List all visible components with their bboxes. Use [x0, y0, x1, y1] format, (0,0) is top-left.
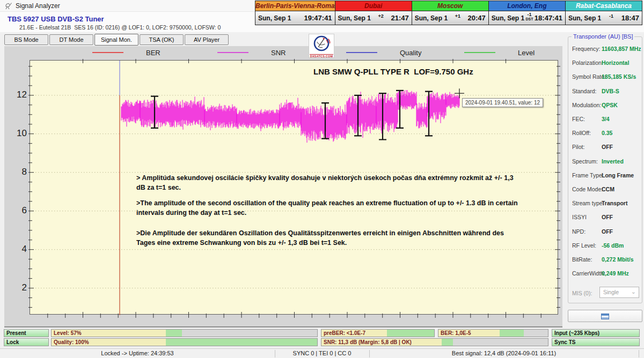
level-bar-label: Level: 57% [54, 330, 82, 337]
input-indicator: Input (~235 Kbps) [552, 329, 640, 337]
transponder-row-issyi: ISSYIOFF [568, 211, 643, 225]
snr-bar: SNR: 11,3 dB (Margin: 5,8 dB | OK) [321, 338, 548, 346]
transponder-value: 0,249 MHz [602, 270, 629, 277]
tab-tsa-ok-[interactable]: TSA (OK) [140, 34, 184, 45]
transponder-row-npd-: NPD:OFF [568, 225, 643, 239]
transponder-label: Standard: [572, 88, 597, 94]
transponder-row-symbol-rate-: Symbol Rate:185,185 KS/s [568, 70, 643, 84]
chevron-down-icon: ⌄ [631, 287, 636, 297]
transponder-label: RF Level: [572, 242, 596, 249]
transponder-row-bitrate-: BitRate:0,272 Mbit/s [568, 253, 643, 267]
clock-moscow: MoscowSun, Sep 1+120:47 [412, 1, 489, 25]
transponder-value: 0,272 Mbit/s [602, 256, 634, 263]
statusbar-divider [275, 350, 275, 357]
transponder-label: NPD: [572, 228, 586, 235]
lock-indicator: Lock [4, 338, 49, 346]
y-tick-label: 6 [11, 205, 27, 216]
snr-bar-fill-green [442, 339, 453, 346]
transponder-row-frame-type-: Frame Type:Long Frame [568, 169, 643, 183]
clock-date: Sun, Sep 1 [415, 14, 448, 22]
transponder-row-polarization-: Polarization:Horizontal [568, 56, 643, 70]
world-clocks: Berlin-Paris-Vienna-RomaSun, Sep 119:47:… [255, 1, 642, 25]
quality-bar-fill-green [166, 339, 317, 346]
annotation-de: >Die Amplitude der sekundären Oszillatio… [136, 229, 519, 248]
y-tick-label: 2 [11, 282, 27, 293]
transponder-value: Long Frame [602, 172, 634, 178]
statusbar-divider [369, 350, 370, 357]
clock-city: Rabat-Casablanca [566, 1, 642, 11]
tab-dt-mode[interactable]: DT Mode [49, 34, 93, 45]
tab-bs-mode[interactable]: BS Mode [4, 34, 48, 45]
annotation-en: >The amplitude of the second oscillation… [136, 199, 519, 218]
y-tick-label: 8 [11, 167, 27, 177]
legend-label: SNR [271, 49, 286, 57]
level-bar: Level: 57% [51, 329, 318, 337]
clock-time-row: Sun, Sep 1-118:47 [566, 11, 642, 25]
tab-signal-mon-[interactable]: Signal Mon. [94, 34, 138, 46]
tab-av-player[interactable]: AV Player [185, 34, 229, 45]
y-tick-label: 4 [11, 244, 27, 255]
y-tick-label: 10 [11, 128, 27, 139]
transponder-label: Frame Type: [572, 172, 604, 178]
transponder-label: RollOff: [572, 130, 591, 136]
clock-city: Dubai [335, 1, 412, 11]
clock-time-row: Sun, Sep 119:47:41 [255, 11, 335, 25]
transponder-label: Polarization: [572, 59, 603, 66]
legend-line-icon [346, 52, 377, 53]
status-best-signal: Best signal: 12,4 dB (2024-09-01 16:11) [369, 349, 639, 358]
snr-bar-label: SNR: 11,3 dB (Margin: 5,8 dB | OK) [324, 339, 412, 346]
legend-line-icon [464, 52, 495, 53]
clock-time: 19:47:41 [304, 14, 332, 22]
statusbar: Locked -> Uptime: 24:39:53 SYNC 0 | TEI … [0, 348, 644, 358]
transponder-label: ISSYI [572, 214, 587, 220]
transponder-label: Stream type: [572, 200, 604, 206]
sync-ts-indicator: Sync TS [552, 338, 640, 346]
clock-city: London, Eng [489, 1, 565, 11]
clock-utc-offset: -1 [609, 14, 613, 19]
transponder-label: Spectrum: [572, 158, 598, 165]
stream-list-button[interactable] [568, 310, 642, 322]
dxsatcs-logo: DXSATCS.COM [309, 34, 334, 58]
clock-time: 21:47 [391, 14, 408, 22]
legend-ber: BER [92, 49, 160, 56]
transponder-value: 185,185 KS/s [602, 73, 636, 80]
chart-title: LNB SMW Q-PLL TYPE R LOF=9.750 GHz [313, 67, 473, 76]
clock-time-row: Sun, Sep 1+120:47 [412, 11, 488, 25]
clock-time-row: Sun, Sep 1-1DST18:47:41 [489, 11, 565, 25]
transponder-row-standard-: Standard:DVB-S [568, 85, 643, 99]
legend-level: Level [464, 49, 535, 56]
transponder-row-rolloff-: RollOff:0.35 [568, 126, 643, 140]
transponder-row-frequency-: Frequency:11603,857 MHz [568, 42, 643, 56]
satellite-dish-icon [4, 2, 12, 10]
transponder-row-pilot-: Pilot:OFF [568, 140, 643, 154]
legend-label: Level [518, 49, 535, 57]
clock-date: Sun, Sep 1 [258, 14, 291, 22]
transponder-value: -56 dBm [602, 242, 624, 249]
transponder-panel: Transponder (AU) [BS] Frequency:11603,85… [568, 36, 642, 303]
transponder-row-stream-type-: Stream type:Transport [568, 197, 643, 211]
preber-bar-fill-green [387, 330, 434, 337]
transponder-value: Inverted [602, 158, 624, 165]
signal-chart: BERSNRQualityLevel 24681012 LNB SMW Q-PL… [4, 46, 562, 327]
legend-line-icon [217, 52, 248, 53]
transponder-value: 11603,857 MHz [602, 46, 641, 52]
transponder-value: OFF [602, 228, 613, 235]
clock-utc-offset: +2 [378, 14, 384, 19]
legend-line-icon [92, 52, 123, 53]
transponder-value: OFF [602, 144, 613, 150]
legend-label: BER [146, 49, 160, 57]
transponder-value: Transport [602, 200, 627, 206]
preber-bar: preBER: <1.0E-7 [321, 329, 435, 337]
transponder-row-modulation-: Modulation:QPSK [568, 99, 643, 113]
clock-utc-offset: -1DST [526, 12, 533, 21]
chart-plot-area[interactable]: LNB SMW Q-PLL TYPE R LOF=9.750 GHz > Amp… [30, 60, 558, 315]
mis-dropdown[interactable]: Single ⌄ [599, 287, 639, 298]
cursor-tooltip: 2024-09-01 19.40.51, value: 12 [462, 98, 543, 107]
legend-snr: SNR [217, 49, 286, 56]
transponder-row-fec-: FEC:3/4 [568, 113, 643, 126]
clock-time-row: Sun, Sep 1+221:47 [335, 11, 412, 25]
transponder-label: Frequency: [572, 46, 601, 52]
dxsatcs-logo-text: DXSATCS.COM [310, 54, 333, 58]
level-bar-fill-green [166, 330, 182, 337]
tuner-name: TBS 5927 USB DVB-S2 Tuner [8, 15, 104, 23]
